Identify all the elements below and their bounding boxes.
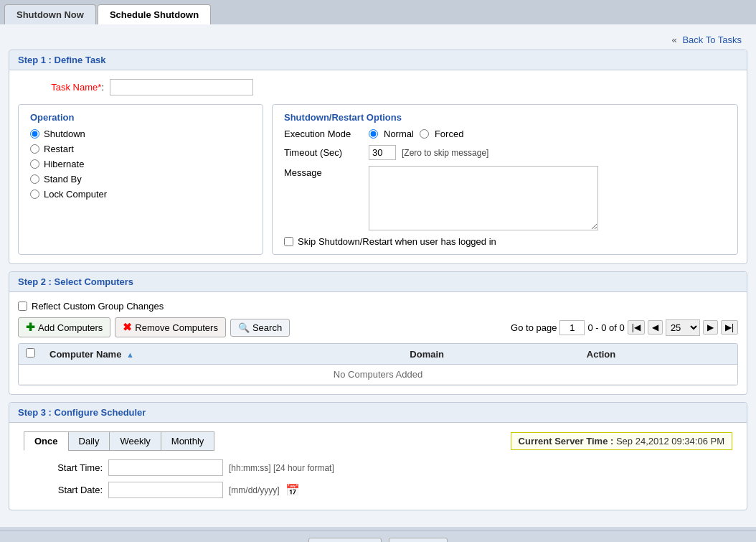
operation-title: Operation [30, 112, 251, 123]
start-time-hint: [hh:mm:ss] [24 hour format] [229, 463, 334, 473]
computers-table: Computer Name ▲ Domain Action No Compute… [19, 344, 737, 385]
start-time-input[interactable] [108, 459, 223, 476]
op-shutdown-label: Shutdown [44, 129, 85, 139]
main-content: « Back To Tasks Step 1 : Define Task Tas… [0, 24, 756, 527]
back-to-tasks-label[interactable]: Back To Tasks [682, 34, 742, 45]
op-hibernate-label: Hibernate [44, 159, 84, 169]
message-row: Message [284, 166, 726, 230]
skip-row: Skip Shutdown/Restart when user has logg… [284, 236, 726, 247]
start-date-input[interactable] [108, 482, 223, 498]
computers-table-wrap: Computer Name ▲ Domain Action No Compute… [18, 343, 738, 386]
col-checkbox [19, 344, 42, 365]
tab-schedule-shutdown[interactable]: Schedule Shutdown [98, 4, 211, 24]
page-first-button[interactable]: |◀ [628, 320, 645, 335]
op-restart-row: Restart [30, 144, 251, 154]
save-task-button[interactable]: Save Task [308, 538, 382, 542]
shutdown-options-title: Shutdown/Restart Options [284, 112, 726, 123]
table-empty-row: No Computers Added [19, 365, 737, 385]
timeout-input[interactable] [369, 145, 396, 160]
search-icon: 🔍 [238, 322, 250, 333]
x-icon: ✖ [123, 321, 132, 334]
exec-normal-radio[interactable] [369, 129, 378, 139]
op-hibernate-row: Hibernate [30, 159, 251, 169]
op-standby-radio[interactable] [30, 174, 39, 184]
add-computers-button[interactable]: ✚ Add Computers [18, 317, 110, 337]
page-range: 0 - 0 of 0 [587, 322, 624, 333]
start-time-label: Start Time: [38, 462, 103, 473]
message-textarea[interactable] [369, 166, 598, 230]
tab-shutdown-now[interactable]: Shutdown Now [4, 4, 96, 24]
reflect-checkbox[interactable] [18, 302, 27, 311]
remove-computers-label: Remove Computers [135, 322, 218, 333]
task-name-label: Task Name*: [18, 82, 104, 93]
page-input[interactable] [559, 320, 585, 335]
tab-bar: Shutdown Now Schedule Shutdown [0, 0, 756, 24]
col-action: Action [580, 344, 737, 365]
op-restart-label: Restart [44, 144, 74, 154]
step3-section: Step 3 : Configure Scheduler Once Daily … [9, 402, 747, 510]
sched-tab-weekly[interactable]: Weekly [109, 431, 161, 451]
plus-icon: ✚ [26, 321, 35, 334]
add-computers-label: Add Computers [38, 322, 103, 333]
start-date-row: Start Date: [mm/dd/yyyy] 📅 [38, 482, 732, 498]
search-button[interactable]: 🔍 Search [230, 319, 290, 337]
op-shutdown-row: Shutdown [30, 129, 251, 139]
step2-section: Step 2 : Select Computers Reflect Custom… [9, 271, 747, 395]
per-page-select[interactable]: 25 50 100 [666, 319, 700, 336]
col-domain: Domain [402, 344, 579, 365]
op-hibernate-radio[interactable] [30, 159, 39, 169]
table-header-row: Computer Name ▲ Domain Action [19, 344, 737, 365]
footer-bar: Save Task Cancel [0, 530, 756, 542]
op-restart-radio[interactable] [30, 144, 39, 154]
op-standby-label: Stand By [44, 174, 82, 184]
exec-mode-row: Execution Mode Normal Forced [284, 129, 726, 139]
start-date-label: Start Date: [38, 485, 103, 495]
step3-title: Step 3 : Configure Scheduler [9, 403, 747, 423]
exec-mode-label: Execution Mode [284, 129, 363, 139]
page-next-button[interactable]: ▶ [703, 320, 718, 335]
server-time-label: Current Server Time : [519, 436, 614, 447]
empty-message: No Computers Added [19, 365, 737, 385]
step1-title: Step 1 : Define Task [9, 50, 747, 70]
message-label: Message [284, 167, 363, 178]
cancel-button[interactable]: Cancel [389, 538, 448, 542]
start-date-hint: [mm/dd/yyyy] [229, 485, 280, 495]
step2-title: Step 2 : Select Computers [9, 272, 747, 292]
sched-tab-daily[interactable]: Daily [68, 431, 110, 451]
start-time-row: Start Time: [hh:mm:ss] [24 hour format] [38, 459, 732, 476]
exec-forced-radio[interactable] [420, 129, 429, 139]
page-prev-button[interactable]: ◀ [648, 320, 663, 335]
skip-checkbox[interactable] [284, 237, 293, 246]
computers-toolbar: ✚ Add Computers ✖ Remove Computers 🔍 Sea… [18, 317, 738, 337]
op-lock-radio[interactable] [30, 190, 39, 199]
scheduler-form: Start Time: [hh:mm:ss] [24 hour format] … [24, 459, 732, 498]
back-arrow-icon: « [672, 34, 677, 45]
reflect-label: Reflect Custom Group Changes [32, 301, 164, 312]
timeout-label: Timeout (Sec) [284, 147, 363, 158]
search-label: Search [252, 322, 282, 333]
remove-computers-button[interactable]: ✖ Remove Computers [115, 317, 226, 337]
step2-body: Reflect Custom Group Changes ✚ Add Compu… [9, 292, 747, 394]
server-time-value: Sep 24,2012 09:34:06 PM [616, 436, 724, 447]
task-name-input[interactable] [110, 79, 253, 95]
sched-tab-once[interactable]: Once [24, 431, 69, 451]
step1-section: Step 1 : Define Task Task Name*: Operati… [9, 50, 747, 264]
two-col-layout: Operation Shutdown Restart Hibernate [18, 104, 738, 255]
page-last-button[interactable]: ▶| [721, 320, 738, 335]
exec-normal-label: Normal [384, 129, 414, 139]
calendar-icon[interactable]: 📅 [285, 483, 300, 497]
timeout-hint: [Zero to skip message] [402, 148, 488, 158]
select-all-checkbox[interactable] [26, 348, 35, 358]
col-computer-name[interactable]: Computer Name ▲ [42, 344, 402, 365]
op-shutdown-radio[interactable] [30, 129, 39, 139]
back-to-tasks-link[interactable]: « Back To Tasks [9, 30, 747, 50]
sched-tab-monthly[interactable]: Monthly [161, 431, 215, 451]
op-lock-row: Lock Computer [30, 189, 251, 200]
pagination-controls: Go to page 0 - 0 of 0 |◀ ◀ 25 50 100 ▶ ▶… [511, 319, 738, 336]
server-time-box: Current Server Time : Sep 24,2012 09:34:… [511, 432, 732, 450]
skip-label: Skip Shutdown/Restart when user has logg… [298, 236, 496, 247]
op-standby-row: Stand By [30, 174, 251, 184]
op-lock-label: Lock Computer [44, 189, 107, 200]
scheduler-tabs-row: Once Daily Weekly Monthly Current Server… [24, 431, 732, 451]
required-star: * [98, 82, 101, 93]
